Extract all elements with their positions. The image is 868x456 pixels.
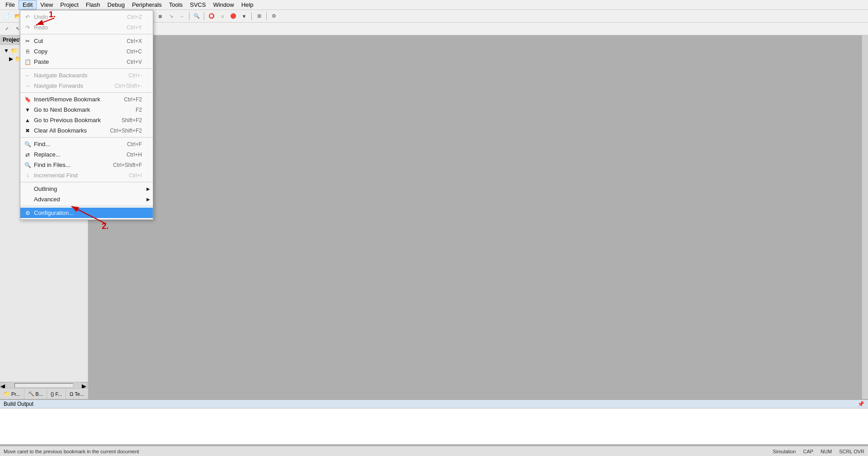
nav-forward-icon: → [23, 81, 32, 90]
toolbar-window[interactable]: ⊞ [254, 11, 264, 21]
menu-undo[interactable]: ↶ Undo Ctrl+Z [20, 12, 153, 22]
sidebar-tab-project[interactable]: 📁 Pr... [0, 389, 24, 399]
clear-bookmarks-shortcut: Ctrl+Shift+F2 [110, 128, 142, 134]
copy-shortcut: Ctrl+C [127, 48, 142, 55]
edit-dropdown-menu: ↶ Undo Ctrl+Z ↷ Redo Ctrl+Y ✂ Cut Ctrl+X… [20, 10, 153, 220]
sidebar-tab-templates[interactable]: Ω Te... [66, 389, 88, 399]
find-files-label: Find in Files... [34, 162, 71, 168]
menu-paste[interactable]: 📋 Paste Ctrl+V [20, 57, 153, 67]
menu-find-files[interactable]: 🔍 Find in Files... Ctrl+Shift+F [20, 160, 153, 170]
toolbar-new[interactable]: 📄 [2, 11, 12, 21]
scrollbar-track[interactable] [14, 383, 73, 388]
menu-svcs[interactable]: SVCS [186, 0, 209, 10]
toolbar-dropdown[interactable]: ▼ [239, 11, 249, 21]
paste-shortcut: Ctrl+V [127, 59, 142, 65]
build-tab-icon: 🔨 [28, 391, 34, 397]
scrollbar-right-btn[interactable]: ▶ [81, 382, 88, 389]
templates-tab-icon: Ω [70, 391, 73, 397]
statusbar-right: Simulation CAP NUM SCRL OVR [773, 449, 864, 454]
menu-redo[interactable]: ↷ Redo Ctrl+Y [20, 22, 153, 33]
replace-label: Replace... [34, 151, 61, 158]
toolbar-debug-step[interactable]: ↘ [166, 11, 176, 21]
build-tab-label: B... [36, 391, 43, 397]
toolbar-debug-stop[interactable]: ⏹ [155, 11, 165, 21]
toolbar-circle2[interactable]: ○ [217, 11, 227, 21]
advanced-icon [23, 195, 32, 204]
redo-icon: ↷ [23, 23, 32, 32]
toolbar-circle[interactable]: ⭕ [207, 11, 217, 21]
menu-advanced[interactable]: Advanced ▶ [20, 194, 153, 204]
menu-file[interactable]: File [2, 0, 19, 10]
scrollbar-right[interactable] [862, 35, 868, 399]
insert-bookmark-shortcut: Ctrl+F2 [124, 96, 142, 103]
menu-flash[interactable]: Flash [82, 0, 104, 10]
find-label: Find... [34, 141, 50, 147]
content-area [88, 35, 862, 399]
sidebar-title: Project [3, 37, 21, 43]
menu-peripherals[interactable]: Peripherals [128, 0, 165, 10]
config-icon: ⚙ [23, 209, 32, 218]
prev-bookmark-shortcut: Shift+F2 [122, 117, 142, 124]
prev-bookmark-icon: ▲ [23, 116, 32, 125]
replace-shortcut: Ctrl+H [127, 152, 142, 158]
sidebar-scrollbar[interactable]: ◀ ▶ [0, 382, 88, 388]
project-tab-icon: 📁 [4, 391, 10, 397]
advanced-label: Advanced [34, 196, 60, 203]
find-shortcut: Ctrl+F [127, 141, 142, 147]
configuration-label: Configuration... [34, 209, 74, 216]
sep-1 [20, 34, 153, 34]
menu-find[interactable]: 🔍 Find... Ctrl+F [20, 139, 153, 149]
menu-edit[interactable]: Edit [19, 0, 37, 10]
toolbar-red[interactable]: 🔴 [228, 11, 238, 21]
menu-project[interactable]: Project [57, 0, 82, 10]
toolbar-search[interactable]: 🔍 [192, 11, 202, 21]
menu-view[interactable]: View [37, 0, 57, 10]
menu-inc-find[interactable]: ↕ Incremental Find Ctrl+I [20, 170, 153, 180]
menu-debug[interactable]: Debug [104, 0, 128, 10]
find-files-icon: 🔍 [23, 161, 32, 170]
menu-nav-forward[interactable]: → Navigate Forwards Ctrl+Shift+- [20, 81, 153, 91]
menu-window[interactable]: Window [209, 0, 237, 10]
sidebar-tab-build[interactable]: 🔨 B... [24, 389, 47, 399]
scrollbar-left-btn[interactable]: ◀ [0, 382, 6, 389]
menu-replace[interactable]: ⇄ Replace... Ctrl+H [20, 149, 153, 160]
menu-nav-back[interactable]: ← Navigate Backwards Ctrl+- [20, 70, 153, 81]
cut-icon: ✂ [23, 37, 32, 46]
replace-icon: ⇄ [23, 150, 32, 159]
menu-configuration[interactable]: ⚙ Configuration... [20, 208, 153, 218]
build-output-pin[interactable]: 📌 [858, 401, 864, 407]
redo-shortcut: Ctrl+Y [127, 24, 142, 31]
find-icon: 🔍 [23, 140, 32, 149]
menu-insert-bookmark[interactable]: 🔖 Insert/Remove Bookmark Ctrl+F2 [20, 94, 153, 104]
status-cap: CAP [803, 449, 813, 454]
menu-outlining[interactable]: Outlining ▶ [20, 184, 153, 194]
sidebar-tabs: 📁 Pr... 🔨 B... {} F... Ω Te... [0, 388, 88, 399]
status-message: Move caret to the previous bookmark in t… [4, 449, 139, 454]
menu-cut[interactable]: ✂ Cut Ctrl+X [20, 36, 153, 46]
toolbar-debug-over[interactable]: → [177, 11, 187, 21]
templates-tab-label: Te... [75, 391, 84, 397]
menu-clear-bookmarks[interactable]: ✖ Clear All Bookmarks Ctrl+Shift+F2 [20, 125, 153, 136]
menu-tools[interactable]: Tools [165, 0, 186, 10]
toolbar-settings[interactable]: ⚙ [269, 11, 279, 21]
sep-2 [20, 68, 153, 69]
sep-4 [20, 137, 153, 138]
inc-find-shortcut: Ctrl+I [129, 172, 142, 179]
status-simulation: Simulation [773, 449, 796, 454]
menu-next-bookmark[interactable]: ▼ Go to Next Bookmark F2 [20, 104, 153, 115]
toolbar-sep-6 [251, 12, 252, 20]
copy-icon: ⎘ [23, 47, 32, 56]
sep-3 [20, 92, 153, 93]
toolbar2-check[interactable]: ✓ [2, 24, 12, 34]
menu-prev-bookmark[interactable]: ▲ Go to Previous Bookmark Shift+F2 [20, 115, 153, 125]
build-output-content [0, 408, 868, 444]
menu-copy[interactable]: ⎘ Copy Ctrl+C [20, 46, 153, 57]
nav-back-icon: ← [23, 71, 32, 80]
undo-shortcut: Ctrl+Z [127, 14, 142, 20]
bookmark-icon: 🔖 [23, 95, 32, 104]
status-scrl: SCRL OVR [839, 449, 864, 454]
nav-back-shortcut: Ctrl+- [128, 72, 142, 79]
menu-help[interactable]: Help [238, 0, 257, 10]
sidebar-tab-files[interactable]: {} F... [47, 389, 66, 399]
find-files-shortcut: Ctrl+Shift+F [113, 162, 142, 168]
